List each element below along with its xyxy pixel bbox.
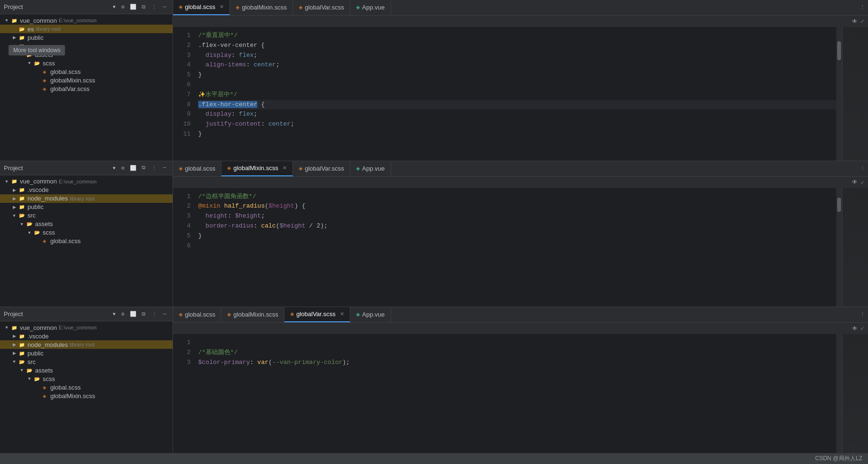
settings-icon-3[interactable]: ⚙ [119,310,127,318]
settings-icon-2[interactable]: ⚙ [119,164,127,172]
tree-item-vue-common-3[interactable]: 📁 vue_common E:\vue_common [0,323,173,332]
arrow-icon [11,196,17,201]
gear-icon-2[interactable]: ⋮ [150,164,158,172]
tree-item-node-modules-2[interactable]: 📁 node_modules library root [0,194,173,203]
tree-item-src-2[interactable]: 📂 src [0,211,173,220]
tree-item-global-scss-2[interactable]: ◈ global.scss [0,237,173,246]
line-numbers-2: 123456 [173,188,194,307]
tab-global-scss-2[interactable]: ◈ global.scss [173,161,221,176]
arrow-icon [4,18,9,23]
file-tree-3: 📁 vue_common E:\vue_common 📁 .vscode 📁 n… [0,321,173,453]
arrow-icon [27,230,32,236]
tab-bar-1: ◈ global.scss ✕ ◈ globalMixin.scss ◈ glo… [173,0,868,16]
tab-app-vue-3[interactable]: ◈ App.vue [350,307,391,322]
tree-item-src-3[interactable]: 📂 src [0,357,173,366]
scss-tab-icon: ◈ [299,4,302,10]
tab-bar-3: ◈ global.scss ◈ globalMixin.scss ◈ globa… [173,307,868,323]
tab-globalMixin-1[interactable]: ◈ globalMixin.scss [230,0,293,15]
arrow-icon [27,60,32,66]
tab-globalVar-1[interactable]: ◈ globalVar.scss [293,0,350,15]
tree-item-public-2[interactable]: 📁 public [0,203,173,211]
gear-icon-1[interactable]: ⋮ [150,3,158,11]
folder-icon: 📁 [10,178,18,185]
editor-pane-3: Project ▾ ⚙ ⬜ ⧉ ⋮ ─ 📁 vue_common E:\vue_… [0,307,868,454]
file-tree-1: 📁 vue_common E:\vue_common 📂 es library … [0,14,173,161]
sidebar-pane-3: Project ▾ ⚙ ⬜ ⧉ ⋮ ─ 📁 vue_common E:\vue_… [0,307,173,453]
tree-item-assets-2[interactable]: 📂 assets [0,220,173,228]
split-icon-1[interactable]: ⧉ [139,3,148,11]
editor-1: ◈ global.scss ✕ ◈ globalMixin.scss ◈ glo… [173,0,868,161]
tree-item-vscode-3[interactable]: 📁 .vscode [0,332,173,340]
tree-item-vue-common-2[interactable]: 📁 vue_common E:\vue_common [0,177,173,186]
scss-tab-icon: ◈ [227,165,231,171]
tree-item-public-1[interactable]: 📁 public [0,33,173,42]
scss-tab-icon: ◈ [236,4,239,10]
tree-item-globalVar-1[interactable]: ◈ globalVar.scss [0,84,173,93]
settings-icon-1[interactable]: ⚙ [119,3,127,11]
tree-item-tooltip-area[interactable]: 📂 es library root [0,25,173,33]
tree-item-globalMixin-3[interactable]: ◈ globalMixin.scss [0,391,173,400]
tree-item-globalMixin-1[interactable]: ◈ globalMixin.scss [0,76,173,84]
expand-icon-3[interactable]: ⬜ [129,310,137,318]
tab-globalMixin-2[interactable]: ◈ globalMixin.scss ✕ [221,161,293,176]
sidebar-pane-1: More tool windows Project ▾ ⚙ ⬜ ⧉ ⋮ ─ 📁 [0,0,173,161]
sidebar-pane-2: Project ▾ ⚙ ⬜ ⧉ ⋮ ─ 📁 vue_common E:\vue_… [0,161,173,307]
tab-global-scss-1[interactable]: ◈ global.scss ✕ [173,0,230,15]
code-area-2[interactable]: /*边框半圆角函数*/ @mixin half_radius($height) … [194,188,836,307]
tree-item-assets-3[interactable]: 📂 assets [0,366,173,374]
split-icon-3[interactable]: ⧉ [139,310,148,318]
scss-tab-icon: ◈ [299,165,302,172]
scss-tab-icon: ◈ [179,165,183,172]
check-icon-1[interactable]: ✓ [860,18,864,25]
scss-tab-icon: ◈ [227,311,231,318]
gear-icon-3[interactable]: ⋮ [150,310,158,318]
tab-global-scss-3[interactable]: ◈ global.scss [173,307,221,322]
tab-app-vue-2[interactable]: ◈ App.vue [350,161,391,176]
eye-icon-3[interactable]: 👁 [852,325,858,332]
expand-icon-1[interactable]: ⬜ [129,3,137,11]
tree-item-vscode-2[interactable]: 📁 .vscode [0,186,173,194]
scrollbar-1[interactable] [836,27,842,161]
tab-globalVar-3[interactable]: ◈ globalVar.scss ✕ [284,307,350,322]
code-area-1[interactable]: /*垂直居中*/ .flex-ver-center { display: fle… [194,27,836,161]
check-icon-3[interactable]: ✓ [860,325,864,332]
tree-item-node-modules-3[interactable]: 📁 node_modules library root [0,340,173,349]
expand-icon-2[interactable]: ⬜ [129,164,137,172]
tab-more-icon-2[interactable]: ⋮ [857,161,868,176]
scss-tab-icon: ◈ [179,311,183,318]
eye-icon-1[interactable]: 👁 [852,18,858,25]
tree-item-scss-folder-2[interactable]: 📂 scss [0,228,173,237]
tree-item-scss-folder-1[interactable]: 📂 scss [0,59,173,67]
code-area-3[interactable]: /*基础颜色*/ $color-primary: var(--van-prima… [194,334,836,453]
scrollbar-2[interactable] [836,188,842,307]
tree-item-global-scss-3[interactable]: ◈ global.scss [0,383,173,391]
close-icon-1[interactable]: ─ [160,3,169,11]
scss-file-icon: ◈ [41,237,48,245]
arrow-icon [11,342,17,347]
tab-globalMixin-3[interactable]: ◈ globalMixin.scss [221,307,284,322]
split-icon-2[interactable]: ⧉ [139,164,148,172]
tab-more-icon-3[interactable]: ⋮ [857,307,868,322]
tab-globalVar-2[interactable]: ◈ globalVar.scss [293,161,350,176]
tree-item-assets-1[interactable]: 📂 assets [0,50,173,59]
eye-icon-2[interactable]: 👁 [852,179,858,186]
arrow-icon [11,187,17,193]
tree-item-public-3[interactable]: 📁 public [0,349,173,357]
tree-item-vue-common[interactable]: 📁 vue_common E:\vue_common [0,16,173,25]
tree-item-src-1[interactable]: 📂 src [0,42,173,50]
scrollbar-3[interactable] [836,334,842,453]
tab-app-vue-1[interactable]: ◈ App.vue [350,0,391,15]
close-icon-2[interactable]: ─ [160,164,169,172]
sidebar-title-3: Project [4,310,110,318]
close-icon-3[interactable]: ─ [160,310,169,318]
sidebar-icons-1: ⚙ ⬜ ⧉ ⋮ ─ [119,3,169,11]
arrow-icon [11,43,17,49]
tree-item-global-scss-1[interactable]: ◈ global.scss [0,67,173,76]
folder-icon: 📂 [33,59,41,67]
arrow-icon [19,367,25,373]
tab-more-icon-1[interactable]: ⋮ [857,0,868,15]
folder-icon: 📁 [18,332,26,340]
check-icon-2[interactable]: ✓ [860,179,864,186]
arrow-icon [11,333,17,339]
tree-item-scss-folder-3[interactable]: 📂 scss [0,374,173,383]
